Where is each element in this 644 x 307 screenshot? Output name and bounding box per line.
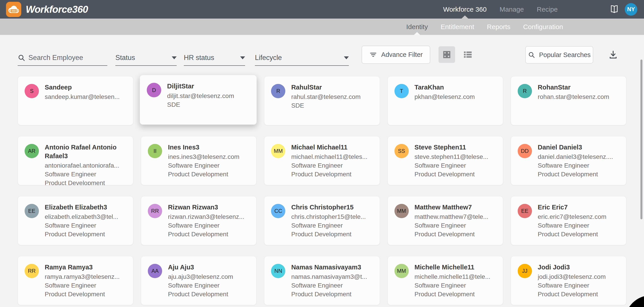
employee-title: Software Engineer — [45, 221, 118, 230]
tab-reports[interactable]: Reports — [487, 19, 510, 35]
employee-name: Matthew Matthew7 — [414, 203, 488, 212]
employee-name: RahulStar — [291, 83, 360, 92]
employee-email: michael.michael11@teles... — [291, 152, 368, 161]
employee-email: daniel.daniel3@telesenz.... — [538, 152, 613, 161]
avatar: RR — [24, 264, 39, 278]
avatar: R — [518, 84, 532, 98]
employee-name: TaraKhan — [414, 83, 475, 92]
employee-name: Daniel Daniel3 — [538, 143, 613, 152]
employee-name: Elizabeth Elizabeth3 — [45, 203, 118, 212]
employee-name: Chris Christopher15 — [291, 203, 366, 212]
search-icon — [18, 54, 25, 62]
avatar: RR — [148, 204, 162, 218]
employee-title: Software Engineer — [538, 221, 606, 230]
documentation-book-icon[interactable] — [609, 4, 620, 15]
employee-email: ramya.ramya3@telesenz... — [45, 272, 120, 281]
popular-searches-button[interactable]: Popular Searches — [525, 46, 593, 64]
employee-card[interactable]: MM Michelle Michelle11 michelle.michelle… — [388, 256, 503, 305]
employee-title: SDE — [167, 100, 234, 109]
employee-department: Product Development — [538, 230, 606, 238]
employee-department: Product Development — [168, 230, 244, 238]
employee-card[interactable]: RR Rizwan Rizwan3 rizwan.rizwan3@telesen… — [141, 196, 256, 245]
chevron-down-icon — [240, 56, 245, 59]
tab-configuration[interactable]: Configuration — [523, 19, 563, 35]
employee-card[interactable]: AA Aju Aju3 aju.aju3@telesenz.com Softwa… — [141, 256, 256, 305]
employee-email: elizabeth.elizabeth3@tel... — [45, 212, 118, 221]
employee-card[interactable]: AR Antonio Rafael Antonio Rafael3 antoni… — [18, 136, 133, 185]
vertical-scrollbar[interactable] — [640, 60, 642, 219]
download-button[interactable] — [608, 50, 618, 60]
employee-card[interactable]: CC Chris Christopher15 chris.christopher… — [264, 196, 380, 245]
advance-filter-button[interactable]: Advance Filter — [362, 46, 430, 64]
employee-name: Rizwan Rizwan3 — [168, 203, 244, 212]
employee-name: Steve Stephen11 — [414, 143, 488, 152]
app-title: Workforce360 — [26, 4, 88, 15]
employee-email: pkhan@telesenz.com — [414, 92, 475, 101]
avatar: D — [147, 83, 161, 97]
filter-lines-icon — [369, 51, 377, 58]
avatar: AA — [148, 264, 162, 278]
app-header: Workforce360 Workforce 360 Manage Recipe… — [0, 0, 644, 19]
grid-view-button[interactable] — [438, 46, 455, 63]
employee-name: Ines Ines3 — [168, 143, 239, 152]
avatar: CC — [271, 204, 285, 218]
employee-card[interactable]: D DiljitStar diljit.star@telesenz.com SD… — [140, 75, 257, 125]
list-view-button[interactable] — [463, 50, 473, 60]
employee-card[interactable]: S Sandeep sandeep.kumar@telesen... — [18, 76, 133, 125]
employee-card[interactable]: EE Eric Eric7 eric.eric7@telesenz.com So… — [511, 196, 626, 245]
tab-entitlement[interactable]: Entitlement — [440, 19, 474, 35]
employee-card[interactable]: II Ines Ines3 ines.ines3@telesenz.com So… — [141, 136, 256, 185]
status-dropdown[interactable]: Status — [116, 54, 177, 66]
employee-card[interactable]: SS Steve Stephen11 steve.stephen11@teles… — [388, 136, 503, 185]
chevron-down-icon — [172, 56, 177, 59]
employee-email: namas.namasivayam3@t... — [291, 272, 367, 281]
employee-department: Product Development — [538, 290, 606, 298]
employee-department: Product Development — [414, 230, 488, 238]
employee-title: Software Engineer — [45, 281, 120, 290]
employee-title: Software Engineer — [45, 170, 127, 179]
employee-email: steve.stephen11@telese... — [414, 152, 488, 161]
hr-status-dropdown[interactable]: HR status — [184, 54, 245, 66]
employee-card[interactable]: MM Matthew Matthew7 matthew.matthew7@tel… — [388, 196, 503, 245]
app-logo — [6, 2, 21, 17]
employee-email: eric.eric7@telesenz.com — [538, 212, 606, 221]
employee-department: Product Development — [45, 290, 120, 298]
chevron-down-icon — [344, 56, 349, 59]
employee-card[interactable]: NN Namas Namasivayam3 namas.namasivayam3… — [264, 256, 380, 305]
search-employee-input[interactable] — [28, 54, 107, 62]
employee-card-grid: S Sandeep sandeep.kumar@telesen... D Dil… — [18, 76, 626, 305]
employee-department: Product Development — [168, 170, 239, 179]
employee-department: Product Development — [291, 170, 368, 179]
nav-item-recipe[interactable]: Recipe — [537, 0, 558, 19]
nav-item-manage[interactable]: Manage — [500, 0, 524, 19]
nav-item-workforce360[interactable]: Workforce 360 — [443, 0, 487, 19]
employee-card[interactable]: RR Ramya Ramya3 ramya.ramya3@telesenz...… — [18, 256, 133, 305]
employee-title: Software Engineer — [291, 221, 366, 230]
employee-email: antoniorafael.antoniorafa... — [45, 161, 127, 170]
user-avatar[interactable]: NY — [625, 3, 637, 16]
employee-email: matthew.matthew7@tele... — [414, 212, 488, 221]
employee-card[interactable]: EE Elizabeth Elizabeth3 elizabeth.elizab… — [18, 196, 133, 245]
employee-title: Software Engineer — [168, 221, 244, 230]
search-icon — [528, 51, 535, 58]
employee-email: ines.ines3@telesenz.com — [168, 152, 239, 161]
list-view-icon — [463, 50, 472, 59]
tab-identity[interactable]: Identity — [406, 19, 428, 35]
employee-card[interactable]: T TaraKhan pkhan@telesenz.com — [388, 76, 503, 125]
lifecycle-dropdown[interactable]: Lifecycle — [255, 54, 349, 66]
employee-card[interactable]: JJ Jodi Jodi3 jodi.jodi3@telesenz.com So… — [511, 256, 626, 305]
employee-department: Product Development — [414, 170, 488, 179]
employee-card[interactable]: DD Daniel Daniel3 daniel.daniel3@telesen… — [511, 136, 626, 185]
employee-card[interactable]: R RahulStar rahul.star@telesenz.com SDE — [264, 76, 380, 125]
avatar: II — [148, 144, 162, 158]
avatar: MM — [394, 264, 409, 278]
employee-card[interactable]: R RohanStar rohan.star@telesenz.com — [511, 76, 626, 125]
employee-department: Product Development — [291, 290, 367, 298]
avatar: MM — [394, 204, 409, 218]
search-employee-field[interactable] — [18, 54, 107, 66]
employee-name: Antonio Rafael Antonio Rafael3 — [45, 143, 127, 160]
employee-card[interactable]: MM Michael Michael11 michael.michael11@t… — [264, 136, 380, 185]
view-mode-toggle — [438, 46, 473, 63]
employee-name: Sandeep — [45, 83, 120, 92]
filter-toolbar: Status HR status Lifecycle Advance Filte… — [18, 44, 626, 66]
